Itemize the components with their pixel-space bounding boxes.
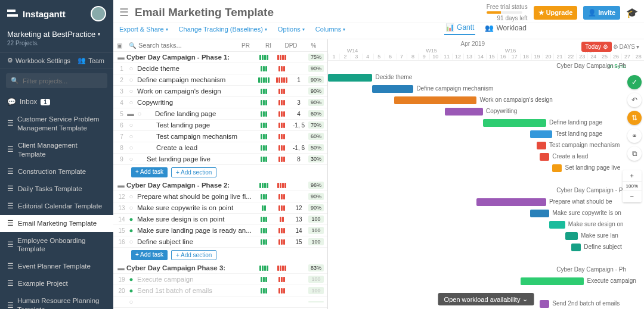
check-icon[interactable]: ○ — [135, 110, 144, 117]
add-task-button[interactable]: + Add task — [131, 167, 168, 177]
gantt-bar[interactable] — [571, 244, 581, 251]
menu-icon[interactable]: ☰ — [119, 6, 129, 19]
gantt-bar[interactable] — [540, 153, 549, 161]
check-icon[interactable]: ○ — [126, 298, 136, 305]
gantt-bar[interactable] — [372, 85, 413, 93]
add-section-button[interactable]: + Add section — [171, 250, 216, 260]
tracking-menu[interactable]: Change Tracking (Baselines) ▾ — [179, 26, 267, 33]
sort-tool[interactable]: ⇅ — [627, 111, 642, 125]
check-icon[interactable]: ○ — [126, 65, 136, 72]
check-icon[interactable]: ○ — [126, 193, 136, 200]
check-icon[interactable]: ○ — [126, 121, 136, 129]
inbox[interactable]: 💬 Inbox 1 — [0, 93, 113, 111]
add-section-button[interactable]: + Add section — [171, 167, 216, 177]
task-row[interactable]: 14●Make sure design is on point13100 — [113, 214, 327, 225]
check-icon[interactable]: ● — [126, 287, 136, 294]
filter-projects[interactable]: 🔍 — [6, 73, 107, 88]
task-row[interactable]: 16○Define subject line15100 — [113, 236, 327, 248]
task-row[interactable]: 12○Prepare what should be going live fi.… — [113, 191, 327, 202]
days-zoom[interactable]: ⚙ DAYS ▾ — [611, 42, 642, 52]
zoom-in[interactable]: + — [623, 170, 642, 182]
today-button[interactable]: Today ⚙ — [581, 42, 612, 52]
check-icon[interactable]: ○ — [126, 238, 136, 245]
check-icon[interactable]: ○ — [126, 76, 136, 83]
gantt-bar[interactable] — [521, 277, 584, 285]
task-row[interactable]: ○ — [113, 296, 327, 308]
invite-button[interactable]: 👤 Invite — [583, 6, 620, 20]
gantt-bar[interactable] — [445, 108, 483, 116]
undo-tool[interactable]: ↶ — [627, 93, 642, 107]
task-row[interactable]: 3○Work on campaign's design90% — [113, 86, 327, 97]
gantt-bar[interactable] — [565, 232, 578, 240]
check-icon[interactable]: ○ — [126, 133, 136, 140]
task-row[interactable]: 2○Define campaign mechanism190% — [113, 74, 327, 86]
sidebar-item[interactable]: ☰Daily Tasks Template — [0, 180, 113, 198]
task-row[interactable]: 4○Copywriting390% — [113, 97, 327, 108]
sidebar-item[interactable]: ☰Employee Onboarding Template — [0, 232, 113, 258]
task-row[interactable]: 7○Test campaign mechanism60% — [113, 131, 327, 142]
avatar[interactable] — [91, 6, 106, 21]
gantt-bar[interactable] — [483, 119, 546, 127]
zoom-out[interactable]: − — [623, 191, 642, 202]
collapse-icon[interactable]: ▬ — [117, 264, 125, 271]
gantt-chart[interactable]: Apr 2019 W14W15W16W17 123456789101112131… — [328, 39, 644, 309]
task-row[interactable]: 15●Make sure landing page is ready an...… — [113, 225, 327, 236]
workbook-settings[interactable]: ⚙ Workbook Settings — [7, 57, 70, 64]
section-row[interactable]: ▬Cyber Day Campaign Phase 3:83% — [113, 263, 327, 274]
search-input[interactable] — [138, 42, 233, 49]
check-icon[interactable]: ● — [126, 227, 136, 234]
gantt-bar[interactable] — [394, 96, 476, 104]
gantt-bar[interactable] — [530, 130, 552, 138]
sidebar-item[interactable]: ☰Event Planner Template — [0, 258, 113, 275]
team-link[interactable]: 👥 Team — [78, 57, 104, 64]
upgrade-button[interactable]: ★ Upgrade — [534, 6, 578, 20]
add-task-button[interactable]: + Add task — [131, 250, 168, 260]
gantt-bar[interactable] — [540, 300, 549, 308]
gantt-bar[interactable] — [552, 164, 562, 172]
graduation-icon[interactable]: 🎓 — [626, 7, 638, 18]
check-icon[interactable]: ● — [126, 216, 136, 223]
col-dpd[interactable]: DPD — [281, 42, 301, 49]
sidebar-item[interactable]: ☰Email Marketing Template — [0, 215, 113, 232]
sidebar-item[interactable]: ☰Example Project — [0, 275, 113, 292]
check-icon[interactable]: ○ — [126, 144, 136, 151]
gantt-bar[interactable] — [537, 142, 546, 149]
tab-gantt[interactable]: 📊 Gantt — [444, 21, 475, 35]
sidebar-item[interactable]: ☰Human Resource Planning Template — [0, 292, 113, 309]
check-icon[interactable]: ○ — [126, 99, 136, 106]
task-row[interactable]: 5▬○Define landing page460% — [113, 108, 327, 120]
check-tool[interactable]: ✓ — [627, 75, 642, 89]
check-icon[interactable]: ○ — [126, 204, 136, 211]
sidebar-item[interactable]: ☰Editorial Calendar Template — [0, 198, 113, 215]
export-menu[interactable]: Export & Share ▾ — [119, 26, 168, 33]
sidebar-item[interactable]: ☰Construction Template — [0, 163, 113, 180]
workload-toggle[interactable]: Open workload availability ⌄ — [438, 293, 534, 305]
check-icon[interactable]: ● — [126, 276, 136, 283]
collapse-icon[interactable]: ▬ — [126, 110, 135, 117]
check-icon[interactable]: ○ — [126, 155, 136, 163]
copy-tool[interactable]: ⧉ — [627, 146, 642, 161]
col-pr[interactable]: PR — [236, 42, 256, 49]
sidebar-item[interactable]: ☰Client Management Template — [0, 137, 113, 163]
branch-tool[interactable]: ⚭ — [627, 129, 642, 143]
col-pct[interactable]: % — [304, 42, 324, 49]
gantt-bar[interactable] — [549, 221, 565, 229]
sidebar-item[interactable]: ☰Customer Service Problem Management Tem… — [0, 111, 113, 137]
filter-input[interactable] — [23, 77, 103, 85]
gantt-bar[interactable] — [476, 198, 546, 206]
task-row[interactable]: 6○Test landing page-1, 570% — [113, 120, 327, 131]
col-ri[interactable]: RI — [258, 42, 278, 49]
task-row[interactable]: 20●Send 1st batch of emails100 — [113, 285, 327, 296]
collapse-icon[interactable]: ▬ — [117, 182, 125, 189]
collapse-icon[interactable]: ▬ — [117, 54, 125, 61]
expand-all-icon[interactable]: ▣ — [117, 42, 126, 49]
task-row[interactable]: 9○Set landing page live830% — [113, 154, 327, 165]
section-row[interactable]: ▬Cyber Day Campaign - Phase 1:75% — [113, 52, 327, 63]
gantt-bar[interactable] — [530, 210, 549, 217]
options-menu[interactable]: Options ▾ — [278, 26, 305, 33]
task-row[interactable]: 8○Create a lead-1, 650% — [113, 142, 327, 154]
project-selector[interactable]: Marketing at BestPractice▾ — [0, 27, 113, 40]
task-row[interactable]: 19●Execute campaign100 — [113, 274, 327, 285]
task-row[interactable]: 13○Make sure copywrite is on point1290% — [113, 202, 327, 214]
tab-workload[interactable]: 👥 Workload — [484, 21, 527, 35]
